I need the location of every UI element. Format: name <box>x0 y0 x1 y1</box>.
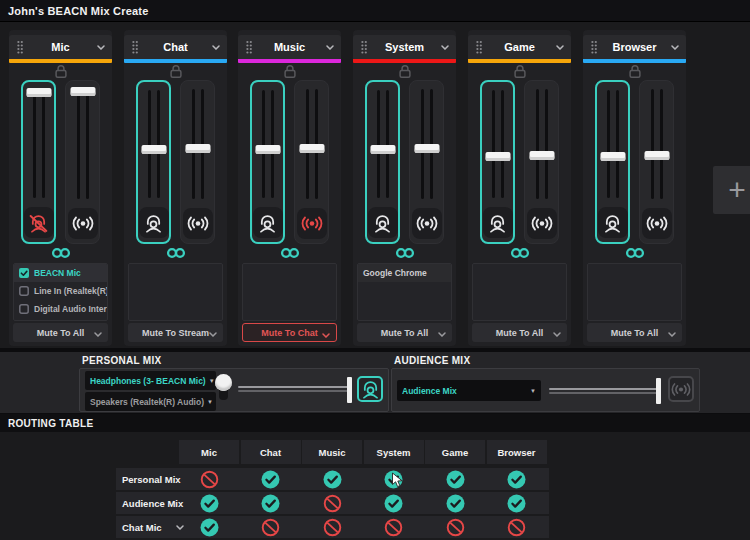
routing-cell-blocked[interactable] <box>384 518 403 537</box>
routing-cell-allowed[interactable] <box>384 494 403 513</box>
routing-table: MicChatMusicSystemGameBrowser Personal M… <box>0 0 750 540</box>
allowed-check-icon <box>384 494 403 513</box>
routing-cell-allowed[interactable] <box>507 494 526 513</box>
routing-cell-blocked[interactable] <box>200 470 219 489</box>
routing-cell-allowed[interactable] <box>200 518 219 537</box>
blocked-icon <box>323 518 342 537</box>
routing-cell-allowed[interactable] <box>261 494 280 513</box>
chevron-down-icon <box>176 525 184 530</box>
routing-cell-blocked[interactable] <box>323 518 342 537</box>
routing-cell-allowed[interactable] <box>446 470 465 489</box>
blocked-icon <box>261 518 280 537</box>
allowed-check-icon <box>261 470 280 489</box>
row-dropdown-button[interactable] <box>176 525 184 530</box>
routing-cell-blocked[interactable] <box>323 494 342 513</box>
allowed-check-icon <box>446 494 465 513</box>
allowed-check-icon <box>507 494 526 513</box>
routing-cell-blocked[interactable] <box>446 518 465 537</box>
routing-col-chat: Chat <box>241 440 301 464</box>
routing-cell-allowed[interactable] <box>261 470 280 489</box>
routing-cell-allowed[interactable] <box>384 470 403 489</box>
routing-row-label: Audience Mix <box>116 498 183 509</box>
allowed-check-icon <box>507 470 526 489</box>
allowed-check-icon <box>323 470 342 489</box>
blocked-icon <box>200 470 219 489</box>
routing-cell-allowed[interactable] <box>200 494 219 513</box>
blocked-icon <box>384 518 403 537</box>
routing-col-system: System <box>364 440 424 464</box>
routing-col-game: Game <box>425 440 485 464</box>
routing-row-label: Chat Mic <box>116 522 162 533</box>
allowed-check-icon <box>200 494 219 513</box>
blocked-icon <box>507 518 526 537</box>
allowed-check-icon <box>200 518 219 537</box>
allowed-check-icon <box>446 470 465 489</box>
allowed-check-icon <box>384 470 403 489</box>
routing-cell-allowed[interactable] <box>507 470 526 489</box>
routing-cell-allowed[interactable] <box>446 494 465 513</box>
routing-col-mic: Mic <box>179 440 239 464</box>
blocked-icon <box>446 518 465 537</box>
routing-col-music: Music <box>302 440 362 464</box>
blocked-icon <box>323 494 342 513</box>
routing-col-browser: Browser <box>487 440 547 464</box>
routing-cell-blocked[interactable] <box>507 518 526 537</box>
allowed-check-icon <box>261 494 280 513</box>
routing-cell-allowed[interactable] <box>323 470 342 489</box>
routing-row-label: Personal Mix <box>116 474 181 485</box>
routing-cell-blocked[interactable] <box>261 518 280 537</box>
